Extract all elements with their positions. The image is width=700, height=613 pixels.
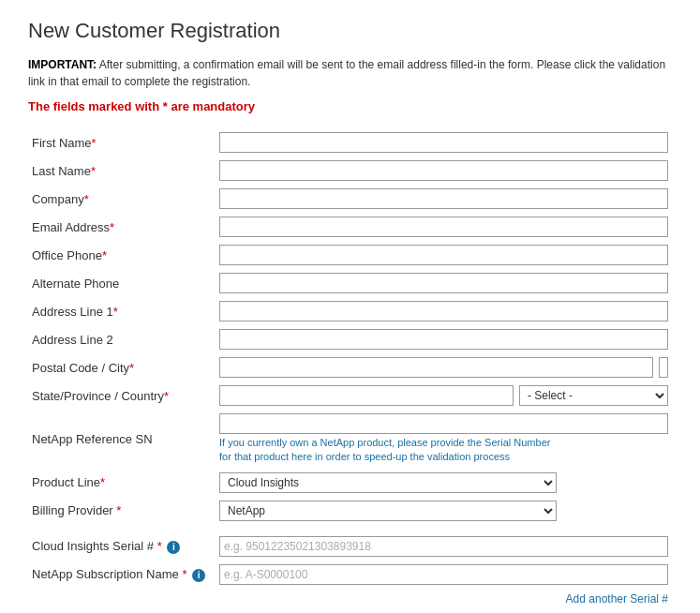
netapp-sub-input[interactable]	[219, 564, 668, 585]
postal-city-label: Postal Code / City*	[28, 353, 216, 381]
country-select[interactable]: - Select -	[519, 385, 668, 406]
cloud-serial-row: Cloud Insights Serial # * i	[28, 532, 672, 561]
add-serial-link[interactable]: Add another Serial #	[219, 592, 668, 606]
first-name-label: First Name*	[28, 128, 216, 157]
address-line-2-row: Address Line 2	[28, 325, 672, 353]
last-name-row: Last Name*	[28, 157, 672, 185]
billing-provider-row: Billing Provider * NetApp	[28, 497, 672, 525]
netapp-sub-label: NetApp Subscription Name * i	[28, 561, 216, 589]
billing-provider-label: Billing Provider *	[28, 497, 216, 525]
billing-provider-select[interactable]: NetApp	[219, 501, 557, 521]
email-row: Email Address*	[28, 213, 672, 241]
netapp-ref-input[interactable]	[219, 413, 668, 434]
last-name-input[interactable]	[219, 160, 668, 181]
registration-form: First Name* Last Name* Company*	[28, 128, 672, 609]
company-input[interactable]	[219, 188, 668, 209]
alternate-phone-label: Alternate Phone	[28, 269, 216, 297]
product-line-row: Product Line* Cloud Insights	[28, 469, 672, 497]
state-country-row: State/Province / Country* - Select -	[28, 381, 672, 410]
email-input[interactable]	[219, 217, 668, 237]
first-name-input[interactable]	[219, 132, 668, 153]
office-phone-row: Office Phone*	[28, 241, 672, 269]
address-line-2-input[interactable]	[219, 329, 668, 350]
office-phone-label: Office Phone*	[28, 241, 216, 269]
office-phone-input[interactable]	[219, 245, 668, 265]
netapp-sub-row: NetApp Subscription Name * i	[28, 561, 672, 589]
cloud-serial-input[interactable]	[219, 536, 668, 557]
important-notice: IMPORTANT: After submitting, a confirmat…	[28, 56, 672, 90]
cloud-serial-info-icon[interactable]: i	[167, 541, 180, 554]
email-label: Email Address*	[28, 213, 216, 241]
important-text: After submitting, a confirmation email w…	[28, 58, 665, 88]
alternate-phone-input[interactable]	[219, 273, 668, 293]
mandatory-note: The fields marked with * are mandatory	[28, 99, 672, 113]
spacer-row	[28, 525, 672, 532]
address-line-1-row: Address Line 1*	[28, 297, 672, 325]
alternate-phone-row: Alternate Phone	[28, 269, 672, 297]
address-line-1-input[interactable]	[219, 301, 668, 321]
state-country-label: State/Province / Country*	[28, 381, 216, 410]
important-label: IMPORTANT:	[28, 58, 97, 71]
page-title: New Customer Registration	[28, 19, 672, 43]
company-label: Company*	[28, 185, 216, 213]
netapp-ref-row: NetApp Reference SN If you currently own…	[28, 410, 672, 469]
netapp-sub-info-icon[interactable]: i	[192, 569, 205, 582]
netapp-ref-label: NetApp Reference SN	[28, 410, 216, 469]
last-name-label: Last Name*	[28, 157, 216, 185]
postal-city-row: Postal Code / City*	[28, 353, 672, 381]
netapp-hint: If you currently own a NetApp product, p…	[219, 436, 557, 465]
product-line-label: Product Line*	[28, 469, 216, 497]
city-input[interactable]	[659, 357, 668, 378]
postal-code-input[interactable]	[219, 357, 653, 378]
add-serial-row: Add another Serial #	[28, 589, 672, 609]
address-line-1-label: Address Line 1*	[28, 297, 216, 325]
product-line-select[interactable]: Cloud Insights	[219, 472, 557, 493]
first-name-row: First Name*	[28, 128, 672, 157]
company-row: Company*	[28, 185, 672, 213]
cloud-serial-label: Cloud Insights Serial # * i	[28, 532, 216, 561]
state-input[interactable]	[219, 385, 514, 406]
address-line-2-label: Address Line 2	[28, 325, 216, 353]
